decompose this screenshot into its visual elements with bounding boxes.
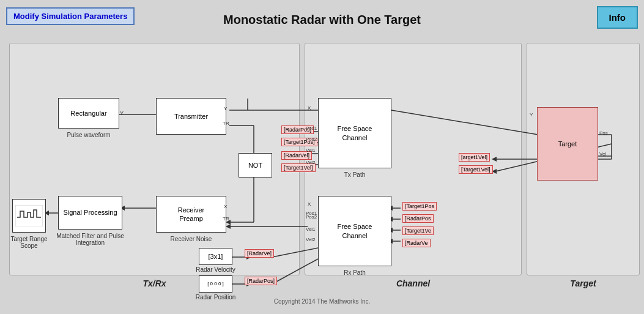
not-gate-label: NOT	[248, 161, 262, 170]
target-pos-port: Pos	[599, 130, 608, 136]
channel-label: Channel	[305, 278, 521, 288]
target1pos-ch-signal: [Target1Vel]	[459, 165, 493, 174]
tx-tr-port: TR	[223, 121, 229, 126]
fsc-rx-vel1-port: Vel1	[306, 226, 316, 232]
target1pos-rx-signal: [Target1Pos	[402, 202, 437, 211]
pulse-waveform-label: Rectangular	[70, 109, 106, 118]
target-section-label: Target	[527, 278, 639, 288]
transmitter-block[interactable]: Transmitter	[156, 98, 226, 135]
fsc-tx-x-port: X	[308, 105, 311, 111]
info-button[interactable]: Info	[597, 6, 638, 29]
tx-y-port: Y	[224, 106, 227, 111]
not-gate-block[interactable]: NOT	[239, 153, 272, 178]
fsc-rx-x-port: X	[308, 201, 311, 207]
target1vel-ch-signal: [arget1Vel]	[459, 153, 490, 162]
receiver-noise-label: Receiver Noise	[144, 236, 239, 242]
main-canvas: Tx/Rx Channel Target	[6, 40, 638, 306]
fsc-tx-vel1-port: Vel1	[306, 148, 316, 153]
header: Modify Simulation Parameters Monostatic …	[0, 0, 644, 40]
signal-proc-label: Matched Filter and Pulse Integration	[46, 233, 135, 246]
modify-simulation-button[interactable]: Modify Simulation Parameters	[6, 7, 135, 25]
target-y-port: Y	[530, 112, 533, 118]
transmitter-label: Transmitter	[174, 112, 208, 121]
radar-position-value: [ 0 0 0 ]	[207, 281, 224, 287]
fsc-tx-block[interactable]: Free Space Channel	[318, 98, 391, 168]
target-block[interactable]: Target	[537, 107, 598, 181]
radar-position-block[interactable]: [ 0 0 0 ]	[199, 275, 232, 293]
signal-processing-block[interactable]: Signal Processing	[58, 196, 122, 230]
radar-velocity-label: Radar Velocity	[187, 266, 245, 273]
pulse-y-port: Y	[120, 110, 124, 116]
fsc-rx-vel2-port: Vel2	[306, 237, 316, 242]
copyright-text: Copyright 2014 The Mathworks Inc.	[274, 298, 371, 305]
fsc-rx-pos2-port: Pos2	[306, 214, 317, 220]
radarpos-out-signal: [RadarPos]	[245, 277, 277, 285]
fsc-tx-vel2-port: Vel2	[306, 160, 316, 165]
fsc-tx-label: Free Space Channel	[338, 124, 372, 142]
fsc-tx-pos1-port: Pos1	[306, 125, 317, 131]
radarve-rx-signal: [RadarVe	[402, 239, 431, 247]
radar-velocity-block[interactable]: [3x1]	[199, 248, 232, 265]
target-label: Target	[558, 140, 577, 148]
page-title: Monostatic Radar with One Target	[223, 13, 421, 27]
radarpos-rx-signal: [RadarPos	[402, 214, 434, 223]
rx-tr-port: TR	[223, 216, 229, 222]
target-vel-port: Vel	[599, 151, 606, 157]
fsc-tx-path-label: Tx Path	[318, 171, 391, 178]
scope-label: Target Range Scope	[9, 236, 49, 249]
pulse-label: Pulse waveform	[58, 132, 119, 138]
receiver-preamp-label: Receiver Preamp	[178, 206, 204, 223]
radar-velocity-value: [3x1]	[209, 252, 223, 261]
fsc-rx-block[interactable]: Free Space Channel	[318, 196, 391, 266]
radar-position-label: Radar Position	[187, 294, 245, 301]
signal-processing-label: Signal Processing	[63, 208, 117, 217]
target1ve-rx-signal: [Target1Ve	[402, 226, 434, 235]
receiver-preamp-block[interactable]: Receiver Preamp	[156, 196, 226, 233]
radarvel-out-signal: [RadarVe]	[245, 249, 274, 258]
scope-block[interactable]	[12, 199, 46, 233]
svg-rect-42	[15, 205, 43, 226]
scope-waveform-icon	[15, 205, 43, 226]
fsc-rx-path-label: Rx Path	[318, 269, 391, 276]
pulse-waveform-block[interactable]: Rectangular	[58, 98, 119, 129]
fsc-tx-pos2-port: Pos2	[306, 136, 317, 142]
fsc-rx-label: Free Space Channel	[338, 222, 372, 240]
rx-x-port: X	[224, 204, 227, 209]
